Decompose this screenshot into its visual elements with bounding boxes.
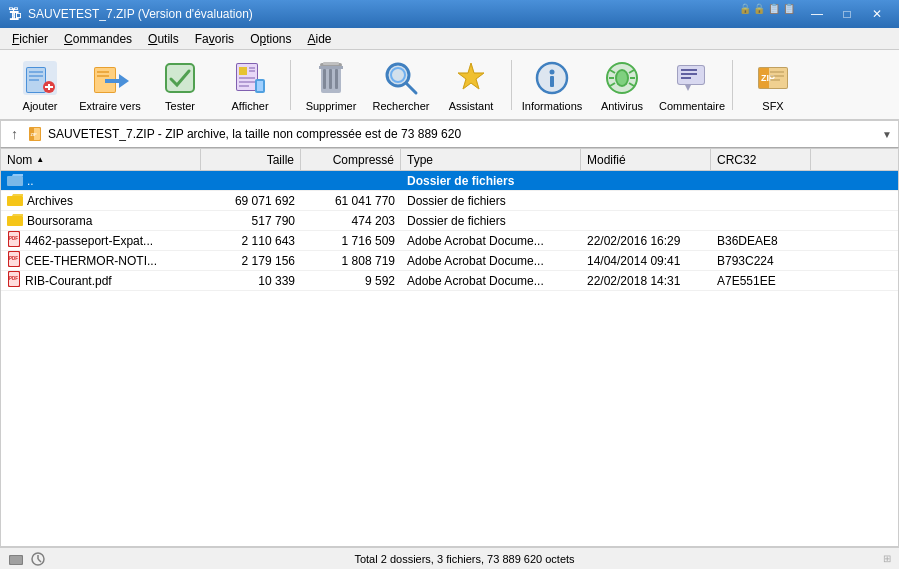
title-bar: 🗜 SAUVETEST_7.ZIP (Version d'évaluation)… (0, 0, 899, 28)
file-type-cell: Adobe Acrobat Docume... (401, 271, 581, 290)
toolbar-supprimer-button[interactable]: Supprimer (297, 54, 365, 116)
column-headers: Nom ▲ Taille Compressé Type Modifié CRC3… (1, 149, 898, 171)
file-name-cell: .. (1, 171, 201, 190)
menu-fichier[interactable]: Fichier (4, 28, 56, 49)
svg-rect-29 (323, 62, 339, 65)
menu-favoris[interactable]: Favoris (187, 28, 242, 49)
file-compressed-cell (301, 171, 401, 190)
menu-options[interactable]: Options (242, 28, 299, 49)
file-compressed-cell: 1 716 509 (301, 231, 401, 250)
zip-file-icon: ZIP (28, 126, 44, 142)
file-list-container[interactable]: Nom ▲ Taille Compressé Type Modifié CRC3… (0, 148, 899, 547)
toolbar-extraire-button[interactable]: Extraire vers (76, 54, 144, 116)
extraire-icon (90, 58, 130, 98)
svg-rect-31 (323, 69, 326, 89)
col-header-name[interactable]: Nom ▲ (1, 149, 201, 170)
file-type-cell: Dossier de fichiers (401, 191, 581, 210)
file-compressed-cell: 1 808 719 (301, 251, 401, 270)
assistant-label: Assistant (449, 100, 494, 112)
resize-handle: ⊞ (883, 553, 891, 564)
toolbar-afficher-button[interactable]: Afficher (216, 54, 284, 116)
commentaire-label: Commentaire (659, 100, 725, 112)
pdf-icon: PDF (7, 271, 21, 290)
col-header-compressed[interactable]: Compressé (301, 149, 401, 170)
svg-rect-66 (770, 75, 784, 77)
file-name-cell: Archives (1, 191, 201, 210)
toolbar-rechercher-button[interactable]: Rechercher (367, 54, 435, 116)
folder-icon (7, 212, 23, 229)
svg-rect-4 (29, 75, 43, 77)
pdf-icon: PDF (7, 231, 21, 250)
col-header-crc[interactable]: CRC32 (711, 149, 811, 170)
close-button[interactable]: ✕ (863, 3, 891, 25)
table-row[interactable]: PDFCEE-THERMOR-NOTI...2 179 1561 808 719… (1, 251, 898, 271)
maximize-button[interactable]: □ (833, 3, 861, 25)
svg-rect-8 (45, 86, 53, 88)
pdf-icon: PDF (7, 251, 21, 270)
menu-bar: Fichier Commandes Outils Favoris Options… (0, 28, 899, 50)
file-name-text: RIB-Courant.pdf (25, 274, 112, 288)
file-crc-cell (711, 171, 811, 190)
svg-rect-43 (550, 76, 554, 87)
antivirus-icon (602, 58, 642, 98)
toolbar-tester-button[interactable]: Tester (146, 54, 214, 116)
col-header-modified[interactable]: Modifié (581, 149, 711, 170)
toolbar-sfx-button[interactable]: ZIP SFX (739, 54, 807, 116)
toolbar-sep-2 (511, 60, 512, 110)
path-text: SAUVETEST_7.ZIP - ZIP archive, la taille… (48, 127, 461, 141)
svg-line-88 (38, 559, 41, 562)
svg-rect-11 (97, 71, 109, 73)
supprimer-label: Supprimer (306, 100, 357, 112)
table-row[interactable]: PDF4462-passeport-Expat...2 110 6431 716… (1, 231, 898, 251)
svg-text:PDF: PDF (9, 236, 18, 241)
file-modified-cell: 14/04/2014 09:41 (581, 251, 711, 270)
svg-text:PDF: PDF (9, 256, 18, 261)
table-row[interactable]: PDFRIB-Courant.pdf10 3399 592Adobe Acrob… (1, 271, 898, 291)
file-name-text: Boursorama (27, 214, 92, 228)
menu-commandes[interactable]: Commandes (56, 28, 140, 49)
svg-point-44 (550, 69, 555, 74)
svg-rect-34 (319, 66, 343, 69)
address-dropdown-button[interactable]: ▼ (882, 129, 892, 140)
file-modified-cell: 22/02/2018 14:31 (581, 271, 711, 290)
toolbar-sep-3 (732, 60, 733, 110)
menu-outils[interactable]: Outils (140, 28, 187, 49)
col-header-type[interactable]: Type (401, 149, 581, 170)
toolbar-ajouter-button[interactable]: Ajouter (6, 54, 74, 116)
table-row[interactable]: Boursorama517 790474 203Dossier de fichi… (1, 211, 898, 231)
menu-aide[interactable]: Aide (300, 28, 340, 49)
toolbar-assistant-button[interactable]: Assistant (437, 54, 505, 116)
sort-indicator: ▲ (36, 155, 44, 164)
toolbar-informations-button[interactable]: Informations (518, 54, 586, 116)
file-name-text: CEE-THERMOR-NOTI... (25, 254, 157, 268)
toolbar-sep-1 (290, 60, 291, 110)
navigate-up-button[interactable]: ↑ (7, 124, 22, 144)
file-modified-cell (581, 191, 711, 210)
file-crc-cell: B793C224 (711, 251, 811, 270)
file-size-cell: 10 339 (201, 271, 301, 290)
ajouter-label: Ajouter (23, 100, 58, 112)
sfx-icon: ZIP (753, 58, 793, 98)
svg-rect-3 (29, 71, 43, 73)
ajouter-icon (20, 58, 60, 98)
table-row[interactable]: Archives69 071 69261 041 770Dossier de f… (1, 191, 898, 211)
file-size-cell: 2 179 156 (201, 251, 301, 270)
table-row[interactable]: ..Dossier de fichiers (1, 171, 898, 191)
svg-point-48 (617, 71, 627, 85)
folder-icon (7, 172, 23, 189)
svg-rect-32 (329, 69, 332, 89)
svg-marker-13 (119, 74, 129, 88)
file-crc-cell: A7E551EE (711, 271, 811, 290)
status-icon-2 (30, 551, 46, 567)
file-compressed-cell: 61 041 770 (301, 191, 401, 210)
minimize-button[interactable]: — (803, 3, 831, 25)
file-type-cell: Dossier de fichiers (401, 171, 581, 190)
file-type-cell: Adobe Acrobat Docume... (401, 231, 581, 250)
col-header-size[interactable]: Taille (201, 149, 301, 170)
file-name-text: Archives (27, 194, 73, 208)
toolbar-antivirus-button[interactable]: Antivirus (588, 54, 656, 116)
svg-rect-27 (257, 81, 263, 91)
window-title: SAUVETEST_7.ZIP (Version d'évaluation) (28, 7, 253, 21)
window-controls: 🔒 🔒 📋 📋 — □ ✕ (739, 3, 891, 25)
toolbar-commentaire-button[interactable]: Commentaire (658, 54, 726, 116)
